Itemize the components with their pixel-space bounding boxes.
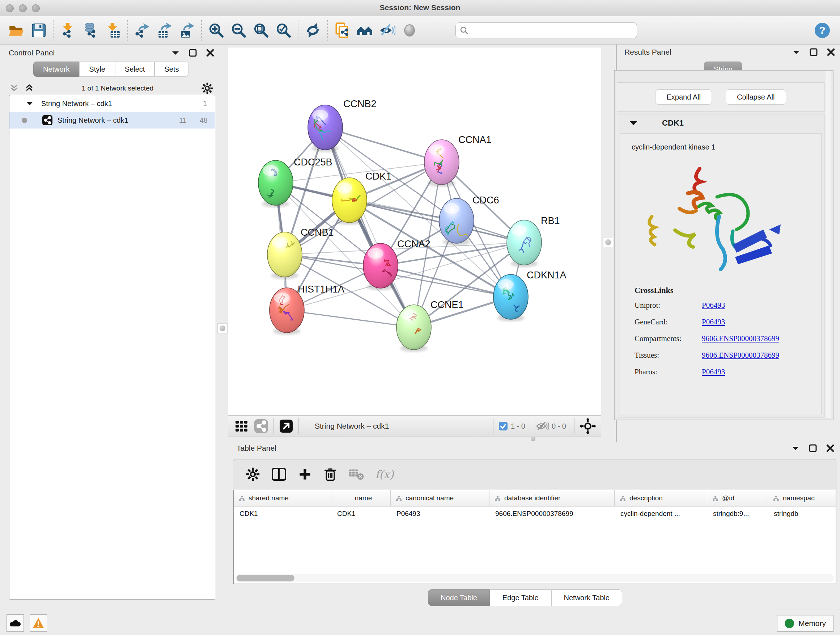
table-cell[interactable]: stringdb (768, 510, 836, 518)
results-panel-float-icon[interactable] (810, 48, 818, 56)
network-node-RB1[interactable]: RB1 (507, 215, 560, 267)
tab-select[interactable]: Select (115, 62, 155, 77)
expand-all-button[interactable]: Expand All (655, 89, 712, 105)
import-table-icon[interactable] (102, 19, 124, 42)
eye-sphere-icon[interactable] (398, 19, 421, 42)
network-node-CCNA2[interactable]: CCNA2 (363, 239, 431, 290)
cloud-status-button[interactable] (6, 614, 24, 632)
tab-style[interactable]: Style (79, 62, 115, 77)
left-panel-divider[interactable] (216, 44, 228, 610)
cloud-icon (9, 618, 21, 628)
network-node-CCNB1[interactable]: CCNB1 (267, 227, 334, 279)
tab-network[interactable]: Network (33, 62, 79, 77)
zoom-selected-icon[interactable] (272, 19, 295, 42)
export-network-icon[interactable] (131, 19, 153, 42)
network-node-CDKN1A[interactable]: CDKN1A (493, 270, 567, 321)
right-divider-handle[interactable] (603, 237, 613, 247)
network-row[interactable]: String Network – cdk1 11 48 (9, 112, 215, 128)
copy-network-icon[interactable] (331, 19, 354, 42)
collection-expander-icon[interactable] (26, 101, 33, 106)
zoom-in-icon[interactable] (205, 19, 227, 42)
hidden-elements-icon[interactable] (536, 421, 549, 432)
delete-column-icon[interactable] (323, 467, 338, 481)
results-panel-close-icon[interactable] (827, 48, 835, 56)
network-options-gear-icon[interactable] (201, 82, 213, 95)
table-panel-float-icon[interactable] (809, 444, 817, 452)
column-header--id[interactable]: @id (707, 490, 768, 506)
save-session-icon[interactable] (27, 19, 50, 42)
zoom-fit-icon[interactable] (250, 19, 272, 42)
table-cell[interactable]: cyclin-dependent ... (615, 510, 707, 518)
help-button[interactable]: ? (811, 19, 834, 42)
network-edge[interactable] (287, 310, 414, 327)
export-table-icon[interactable] (153, 19, 176, 42)
tab-network-table[interactable]: Network Table (551, 589, 622, 606)
crosslink-link[interactable]: P06493 (702, 301, 725, 318)
table-cell[interactable]: P06493 (391, 510, 489, 518)
grid-view-icon[interactable] (234, 419, 249, 433)
table-cell[interactable]: stringdb:9... (707, 510, 768, 518)
table-panel-close-icon[interactable] (826, 444, 834, 452)
table-panel-menu-icon[interactable] (791, 446, 799, 451)
table-panel-splitter[interactable] (531, 437, 537, 441)
network-node-CDK1[interactable]: CDK1 (332, 171, 392, 225)
network-canvas[interactable]: CCNB2 CCNA1 CDC25B CDK1 CDC6 RB1 CCNB1 (228, 47, 601, 416)
left-divider-handle[interactable] (218, 323, 227, 333)
warning-status-button[interactable] (30, 614, 47, 632)
table-cell[interactable]: 9606.ENSP00000378699 (489, 510, 615, 518)
network-node-CDC25B[interactable]: CDC25B (258, 157, 332, 207)
table-settings-gear-icon[interactable] (246, 467, 260, 481)
results-scrollbar[interactable] (826, 71, 831, 418)
network-edge[interactable] (325, 127, 442, 162)
control-panel-float-icon[interactable] (189, 49, 197, 57)
column-header-shared-name[interactable]: shared name (234, 490, 332, 506)
gene-expander-icon[interactable] (630, 120, 638, 126)
fit-content-crosshair-icon[interactable] (579, 418, 596, 434)
column-header-database-identifier[interactable]: database identifier (489, 490, 615, 506)
results-panel-menu-icon[interactable] (792, 50, 800, 55)
zoom-out-icon[interactable] (227, 19, 250, 42)
crosslink-link[interactable]: P06493 (702, 367, 725, 384)
update-network-icon[interactable] (302, 19, 324, 42)
network-node-HIST1H1A[interactable]: HIST1H1A (270, 284, 344, 335)
search-input[interactable] (469, 26, 622, 35)
hide-show-icon[interactable] (376, 19, 398, 42)
network-collection-row[interactable]: String Network – cdk1 1 (9, 95, 215, 112)
import-network-file-icon[interactable] (57, 19, 79, 42)
network-edge[interactable] (325, 127, 414, 327)
tab-edge-table[interactable]: Edge Table (490, 589, 551, 606)
import-network-database-icon[interactable] (79, 19, 102, 42)
collapse-all-button[interactable]: Collapse All (726, 89, 786, 105)
table-cell[interactable]: CDK1 (234, 510, 332, 518)
network-view-share-icon[interactable] (254, 419, 268, 433)
crosslink-link[interactable]: P06493 (702, 318, 725, 334)
node-table[interactable]: shared namenamecanonical namedatabase id… (233, 490, 836, 584)
control-panel-close-icon[interactable] (206, 49, 214, 57)
crosslink-link[interactable]: 9606.ENSP00000378699 (702, 351, 779, 367)
selected-checkbox[interactable] (499, 421, 508, 431)
column-header-description[interactable]: description (615, 490, 707, 506)
tab-sets[interactable]: Sets (155, 62, 188, 77)
table-horizontal-scrollbar[interactable] (235, 574, 834, 582)
collection-label: String Network – cdk1 (41, 100, 203, 108)
network-node-CCNE1[interactable]: CCNE1 (396, 299, 464, 352)
table-row[interactable]: CDK1CDK1P064939606.ENSP00000378699cyclin… (234, 507, 836, 521)
expand-all-icon[interactable] (25, 84, 34, 93)
open-session-icon[interactable] (5, 19, 27, 42)
column-header-name[interactable]: name (332, 490, 391, 506)
tab-node-table[interactable]: Node Table (428, 589, 490, 606)
column-header-canonical-name[interactable]: canonical name (391, 490, 489, 506)
search-field[interactable] (455, 22, 637, 38)
memory-button[interactable]: Memory (777, 615, 834, 632)
houses-icon[interactable] (354, 19, 376, 42)
create-column-icon[interactable] (298, 467, 312, 481)
control-panel-menu-icon[interactable] (172, 50, 180, 55)
open-in-new-window-icon[interactable] (279, 419, 294, 433)
crosslink-link[interactable]: 9606.ENSP00000378699 (702, 334, 779, 351)
export-image-icon[interactable] (176, 19, 198, 42)
column-header-namespac[interactable]: namespac (768, 490, 836, 506)
table-cell[interactable]: CDK1 (332, 510, 391, 518)
collapse-all-icon[interactable] (9, 84, 19, 93)
network-node-CCNB2[interactable]: CCNB2 (308, 98, 377, 152)
show-columns-icon[interactable] (271, 466, 287, 482)
